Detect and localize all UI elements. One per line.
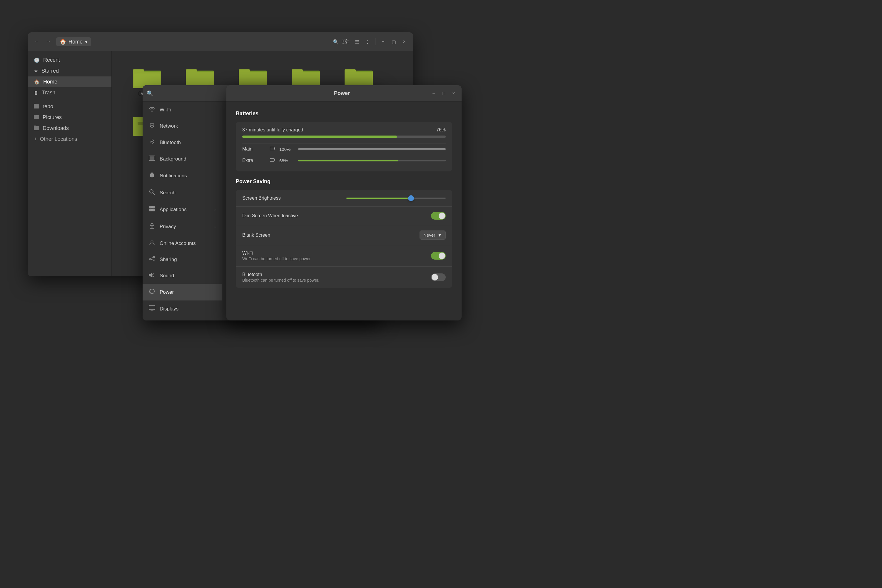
wifi-power-toggle[interactable] [431, 252, 446, 260]
power-panel: Power − □ × Batteries 37 minutes until f… [226, 85, 462, 321]
svg-rect-28 [149, 206, 152, 208]
bluetooth-power-toggle[interactable] [431, 273, 446, 281]
close-button[interactable]: × [400, 38, 408, 46]
settings-item-wifi[interactable]: Wi-Fi [142, 102, 222, 118]
settings-item-label: Online Accounts [160, 240, 196, 246]
batteries-section-title: Batteries [236, 111, 452, 117]
svg-line-27 [153, 193, 154, 195]
blank-screen-row: Blank Screen Never ▼ [236, 225, 452, 245]
battery-row-main-bar [298, 148, 446, 150]
sidebar-item-trash[interactable]: 🗑 Trash [28, 87, 111, 98]
sidebar-item-recent[interactable]: 🕐 Recent [28, 55, 111, 66]
power-close-button[interactable]: × [450, 90, 458, 98]
settings-item-sharing[interactable]: Sharing [142, 251, 222, 267]
sidebar-item-starred[interactable]: ★ Starred [28, 66, 111, 76]
bluetooth-icon [148, 139, 156, 146]
starred-icon: ★ [34, 68, 38, 74]
brightness-slider[interactable] [346, 195, 446, 201]
sidebar-item-repo[interactable]: repo [28, 101, 111, 112]
nav-forward-button[interactable]: → [44, 38, 52, 46]
toggle-knob [439, 213, 445, 219]
battery-card: 37 minutes until fully charged 76% Main … [236, 122, 452, 171]
settings-item-notifications[interactable]: Notifications [142, 167, 222, 184]
settings-item-privacy[interactable]: Privacy › [142, 218, 222, 235]
svg-rect-45 [270, 147, 274, 150]
trash-icon: 🗑 [34, 90, 39, 96]
svg-rect-25 [150, 156, 154, 160]
wifi-icon [148, 106, 156, 113]
svg-point-26 [150, 190, 153, 193]
applications-icon [148, 206, 156, 213]
minimize-button[interactable]: − [379, 38, 387, 46]
settings-item-label: Sharing [160, 256, 177, 262]
svg-point-37 [149, 258, 151, 260]
power-icon [148, 288, 156, 296]
power-saving-title: Power Saving [236, 178, 452, 184]
sidebar-item-downloads[interactable]: Downloads [28, 123, 111, 134]
privacy-icon [148, 222, 156, 231]
brightness-row: Screen Brightness [236, 190, 452, 207]
sidebar-item-other-locations[interactable]: + Other Locations [28, 134, 111, 145]
slider-thumb[interactable] [408, 195, 414, 201]
power-title: Power [254, 90, 430, 96]
power-window-controls: − □ × [430, 90, 458, 98]
nav-back-button[interactable]: ← [33, 38, 41, 46]
blank-screen-dropdown[interactable]: Never ▼ [420, 231, 446, 240]
settings-item-displays[interactable]: Displays [142, 300, 222, 317]
recent-icon: 🕐 [34, 57, 40, 63]
svg-rect-31 [152, 209, 154, 212]
location-bar[interactable]: 🏠 Home ▾ [56, 38, 91, 46]
power-maximize-button[interactable]: □ [440, 90, 447, 98]
settings-search-button[interactable]: 🔍 [147, 90, 153, 97]
home-icon: 🏠 [34, 79, 40, 85]
settings-item-label: Background [160, 156, 186, 162]
view-toggle-button[interactable]: ::; [342, 38, 351, 46]
settings-item-label: Applications [160, 207, 187, 213]
power-minimize-button[interactable]: − [430, 90, 438, 98]
maximize-button[interactable]: ▢ [390, 38, 398, 46]
folder-icon [34, 115, 39, 120]
dim-screen-toggle[interactable] [431, 212, 446, 220]
battery-row-main-pct: 100% [279, 147, 294, 152]
power-saving-card: Screen Brightness Dim Screen When Inacti… [236, 190, 452, 288]
settings-item-search[interactable]: Search [142, 184, 222, 201]
svg-rect-46 [274, 148, 275, 149]
battery-percent-label: 76% [436, 127, 446, 133]
svg-point-33 [152, 226, 153, 228]
settings-item-network[interactable]: Network [142, 118, 222, 134]
power-titlebar: Power − □ × [226, 85, 462, 102]
settings-item-sound[interactable]: Sound [142, 267, 222, 284]
power-saving-section: Power Saving Screen Brightness Dim Scree… [236, 178, 452, 288]
bluetooth-power-label: Bluetooth [242, 272, 262, 277]
background-icon [148, 156, 156, 162]
settings-item-background[interactable]: Background [142, 151, 222, 167]
sharing-icon [148, 256, 156, 263]
battery-row-extra-bar [298, 160, 446, 161]
battery-main-bar-fill [242, 135, 397, 138]
settings-item-power[interactable]: Power [142, 284, 222, 300]
settings-item-mouse-touchpad[interactable]: Mouse & Touchpad [142, 317, 222, 321]
svg-rect-48 [274, 159, 275, 160]
svg-point-35 [153, 256, 155, 258]
sidebar-item-label: Starred [42, 68, 59, 74]
settings-sidebar: Wi-Fi Network Bluetooth Background [142, 102, 222, 321]
view-list-button[interactable]: ☰ [353, 38, 361, 46]
folder-icon [34, 126, 39, 131]
settings-item-applications[interactable]: Applications › [142, 201, 222, 218]
location-text: Home [69, 39, 82, 45]
settings-item-online-accounts[interactable]: Online Accounts [142, 235, 222, 251]
toggle-knob [432, 274, 438, 280]
wifi-power-label: Wi-Fi [242, 250, 253, 255]
settings-item-label: Power [160, 289, 174, 295]
sidebar-item-home[interactable]: 🏠 Home [28, 76, 111, 87]
svg-rect-3 [134, 74, 160, 86]
sidebar-item-label: Pictures [43, 114, 62, 120]
more-options-button[interactable]: ⋮ [363, 38, 372, 46]
svg-rect-29 [152, 206, 154, 208]
search-button[interactable]: 🔍 [332, 38, 340, 46]
settings-item-bluetooth[interactable]: Bluetooth [142, 134, 222, 151]
network-icon [148, 123, 156, 129]
power-content: Batteries 37 minutes until fully charged… [226, 102, 462, 321]
home-icon: 🏠 [60, 39, 66, 45]
sidebar-item-pictures[interactable]: Pictures [28, 112, 111, 123]
